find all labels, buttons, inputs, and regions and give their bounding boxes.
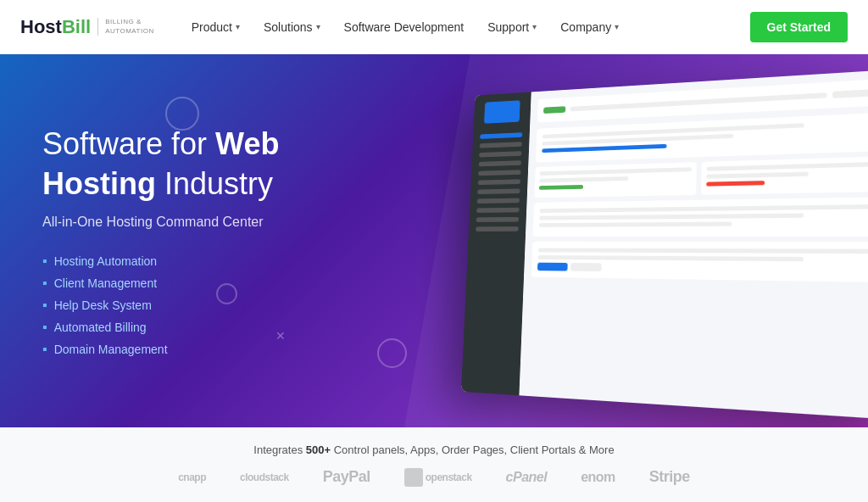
hero-title: Software for Web Hosting Industry bbox=[42, 125, 398, 204]
mockup-line bbox=[538, 248, 868, 254]
chevron-down-icon: ▾ bbox=[615, 22, 619, 31]
mockup-main bbox=[519, 70, 868, 421]
chevron-down-icon: ▾ bbox=[236, 22, 240, 31]
partners-text: Integrates 500+ Control panels, Apps, Or… bbox=[253, 443, 614, 456]
hero-subtitle: All-in-One Hosting Command Center bbox=[42, 215, 398, 230]
mockup-sidebar-item bbox=[476, 226, 519, 231]
mockup-line bbox=[540, 204, 868, 213]
feature-item-4: Automated Billing bbox=[42, 320, 398, 335]
openstack-icon bbox=[404, 468, 423, 487]
hero-section: ✕ ✕ Software for Web Hosting Industry Al… bbox=[0, 54, 868, 427]
mockup-line bbox=[706, 181, 765, 187]
partner-paypal: PayPal bbox=[323, 468, 370, 486]
mockup-line bbox=[540, 167, 692, 176]
get-started-button[interactable]: Get Started bbox=[750, 12, 848, 42]
partners-logos: cnapp cloudstack PayPal openstack cPanel… bbox=[178, 468, 690, 487]
hero-features-list: Hosting Automation Client Management Hel… bbox=[42, 254, 398, 357]
logo-tagline: BILLING & AUTOMATION bbox=[97, 18, 154, 36]
mockup-line bbox=[706, 172, 808, 179]
mockup-line bbox=[539, 185, 583, 190]
mockup-sidebar-logo bbox=[484, 100, 520, 123]
partner-openstack: openstack bbox=[404, 468, 472, 487]
mockup-line bbox=[539, 176, 628, 182]
partners-strip: Integrates 500+ Control panels, Apps, Or… bbox=[0, 427, 868, 502]
mockup-card-3 bbox=[531, 242, 868, 282]
mockup-sidebar-item bbox=[479, 160, 521, 166]
mockup-sidebar-item bbox=[477, 188, 520, 194]
mockup-sidebar-item bbox=[477, 198, 520, 204]
logo[interactable]: HostBill BILLING & AUTOMATION bbox=[20, 16, 154, 38]
mockup-line bbox=[539, 222, 732, 227]
partner-enom: enom bbox=[581, 470, 615, 485]
mockup-header-line bbox=[570, 92, 826, 111]
partner-cloudstack: cloudstack bbox=[240, 471, 289, 483]
feature-item-2: Client Management bbox=[42, 276, 398, 291]
mockup-btn bbox=[537, 263, 568, 271]
hero-content: Software for Web Hosting Industry All-in… bbox=[0, 91, 441, 391]
chevron-down-icon: ▾ bbox=[316, 22, 320, 31]
nav-item-product[interactable]: Product ▾ bbox=[181, 14, 250, 41]
mockup-line bbox=[537, 255, 804, 261]
mockup-header-dot bbox=[543, 106, 565, 114]
partner-stripe: Stripe bbox=[649, 468, 690, 486]
feature-item-5: Domain Management bbox=[42, 342, 398, 357]
nav-item-company[interactable]: Company ▾ bbox=[550, 14, 629, 41]
mockup-line bbox=[707, 162, 868, 171]
nav-item-software-development[interactable]: Software Development bbox=[334, 14, 475, 41]
logo-host-text: Host bbox=[20, 16, 62, 38]
mockup-btn bbox=[570, 263, 602, 271]
hero-mockup bbox=[461, 70, 868, 421]
mockup-sidebar-item bbox=[480, 142, 522, 148]
feature-item-1: Hosting Automation bbox=[42, 254, 398, 269]
nav-item-solutions[interactable]: Solutions ▾ bbox=[253, 14, 331, 41]
mockup-header-right bbox=[832, 89, 868, 98]
mockup-sidebar-item bbox=[478, 170, 520, 176]
mockup-row-1 bbox=[534, 156, 868, 198]
feature-item-3: Help Desk System bbox=[42, 298, 398, 313]
nav-item-support[interactable]: Support ▾ bbox=[477, 14, 547, 41]
mockup-sidebar-item bbox=[476, 217, 520, 222]
mockup-line bbox=[539, 214, 804, 220]
mockup-sidebar-item bbox=[479, 151, 521, 157]
mockup-sidebar-item bbox=[478, 179, 520, 185]
navbar: HostBill BILLING & AUTOMATION Product ▾ … bbox=[0, 0, 868, 54]
nav-links: Product ▾ Solutions ▾ Software Developme… bbox=[181, 14, 750, 41]
mockup-sidebar-item bbox=[480, 132, 522, 139]
chevron-down-icon: ▾ bbox=[532, 22, 537, 31]
mockup-col-1 bbox=[534, 162, 697, 198]
logo-bill-text: Bill bbox=[62, 16, 91, 38]
mockup-card-2 bbox=[533, 197, 868, 237]
mockup-inner bbox=[461, 70, 868, 421]
mockup-line bbox=[542, 144, 666, 153]
mockup-col-2 bbox=[701, 156, 868, 194]
partner-cpanel: cPanel bbox=[506, 470, 548, 485]
partner-cnapp: cnapp bbox=[178, 471, 206, 483]
mockup-buttons bbox=[537, 263, 868, 276]
mockup-sidebar-item bbox=[476, 208, 520, 213]
